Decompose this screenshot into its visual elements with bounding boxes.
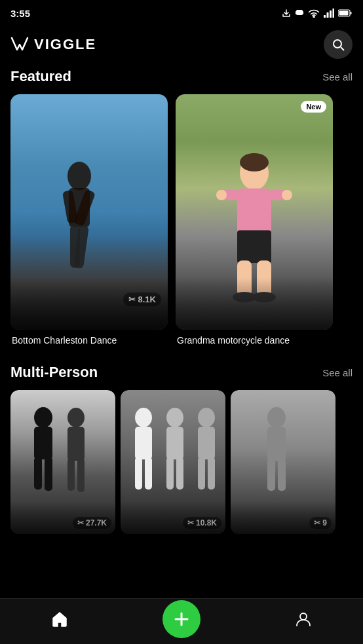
featured-scroll: ✂ 8.1K Bottom Charleston Dance xyxy=(0,94,363,346)
svg-rect-8 xyxy=(351,12,352,14)
svg-point-42 xyxy=(166,408,183,427)
svg-rect-41 xyxy=(145,457,152,490)
svg-rect-53 xyxy=(278,458,286,491)
svg-rect-44 xyxy=(166,457,174,490)
logo-text: VIGGLE xyxy=(34,36,96,53)
multi-card-1-image: ✂ 27.7K xyxy=(10,390,115,534)
profile-icon xyxy=(295,611,312,628)
signal-icon xyxy=(324,9,334,18)
wifi-icon xyxy=(308,9,320,18)
multi-title: Multi-Person xyxy=(10,364,98,381)
svg-rect-35 xyxy=(67,427,85,461)
multi-card-1[interactable]: ✂ 27.7K xyxy=(10,390,115,534)
svg-rect-25 xyxy=(237,230,271,263)
dancer-figure xyxy=(47,156,112,294)
status-time: 3:55 xyxy=(10,8,30,19)
multi-section-header: Multi-Person See all xyxy=(0,364,363,390)
featured-section-header: Featured See all xyxy=(0,68,363,94)
svg-rect-3 xyxy=(324,15,326,18)
battery-icon xyxy=(338,9,353,17)
multi-card-2-image: ✂ 10.8K xyxy=(121,390,225,534)
svg-rect-36 xyxy=(67,458,75,491)
download-icon xyxy=(282,9,291,18)
svg-rect-49 xyxy=(208,457,215,490)
svg-rect-48 xyxy=(198,457,205,490)
logo: VIGGLE xyxy=(10,35,96,54)
notification-icon xyxy=(295,9,304,18)
svg-rect-32 xyxy=(34,457,42,490)
svg-rect-40 xyxy=(135,457,142,490)
add-button[interactable] xyxy=(162,600,201,638)
svg-rect-43 xyxy=(166,427,183,459)
status-bar: 3:55 xyxy=(0,0,363,24)
featured-card-2[interactable]: New Grandma motorcycle dance xyxy=(176,94,333,346)
featured-card-1[interactable]: ✂ 8.1K Bottom Charleston Dance xyxy=(10,94,168,346)
featured-card-1-image: ✂ 8.1K xyxy=(10,94,168,330)
svg-point-19 xyxy=(240,153,269,171)
new-badge: New xyxy=(301,101,326,113)
svg-point-30 xyxy=(34,407,52,428)
svg-rect-33 xyxy=(45,457,52,491)
svg-point-34 xyxy=(67,408,85,427)
featured-card-2-image: New xyxy=(176,94,333,330)
svg-rect-37 xyxy=(77,458,85,492)
svg-rect-47 xyxy=(198,427,215,459)
featured-title: Featured xyxy=(10,68,71,85)
multi-see-all[interactable]: See all xyxy=(322,367,353,378)
svg-rect-31 xyxy=(34,427,52,459)
status-icons xyxy=(282,9,353,18)
header: VIGGLE xyxy=(0,24,363,68)
svg-rect-6 xyxy=(333,9,335,18)
multi-scroll: ✂ 27.7K xyxy=(0,390,363,534)
home-icon xyxy=(51,611,68,628)
svg-rect-39 xyxy=(135,427,152,459)
svg-point-56 xyxy=(300,613,307,620)
multi-person-section: Multi-Person See all ✂ 27.7 xyxy=(0,346,363,534)
svg-point-46 xyxy=(198,408,215,427)
multi-card-3-image: ✂ 9 xyxy=(231,390,335,534)
svg-rect-45 xyxy=(176,457,183,490)
viggle-logo-icon xyxy=(10,35,29,54)
svg-rect-52 xyxy=(267,458,275,491)
svg-rect-9 xyxy=(339,11,349,16)
svg-point-38 xyxy=(135,408,152,427)
profile-button[interactable] xyxy=(287,603,320,635)
svg-rect-4 xyxy=(327,12,329,18)
bottom-nav xyxy=(0,598,363,644)
multi-card-3[interactable]: ✂ 9 xyxy=(231,390,335,534)
home-button[interactable] xyxy=(43,603,76,635)
multi-card-2[interactable]: ✂ 10.8K xyxy=(121,390,225,534)
featured-card-1-label: Bottom Charleston Dance xyxy=(10,330,168,346)
svg-point-50 xyxy=(267,407,286,428)
svg-point-24 xyxy=(282,190,292,200)
svg-line-11 xyxy=(341,47,344,50)
svg-point-12 xyxy=(67,162,91,190)
svg-rect-20 xyxy=(237,188,271,234)
svg-rect-5 xyxy=(330,10,332,18)
svg-point-23 xyxy=(216,190,227,200)
svg-rect-51 xyxy=(267,427,286,461)
search-button[interactable] xyxy=(324,30,353,59)
featured-see-all[interactable]: See all xyxy=(322,71,353,82)
svg-rect-2 xyxy=(296,10,303,15)
search-icon xyxy=(332,38,345,51)
svg-point-10 xyxy=(334,40,341,48)
plus-icon xyxy=(172,610,191,628)
featured-card-2-label: Grandma motorcycle dance xyxy=(176,330,333,346)
